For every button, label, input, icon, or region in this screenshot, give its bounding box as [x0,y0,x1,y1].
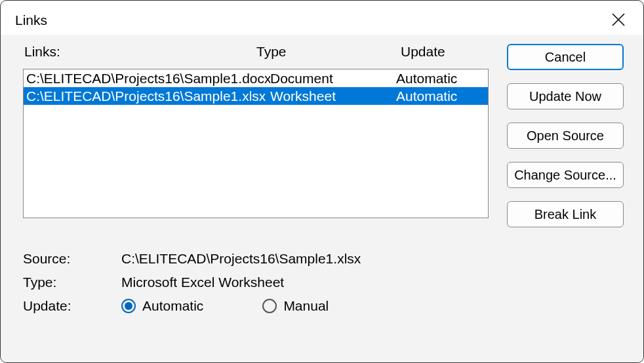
source-value: C:\ELITECAD\Projects16\Sample1.xlsx [121,251,624,267]
type-label: Type: [23,275,121,290]
update-label: Update: [23,298,121,314]
list-row[interactable]: C:\ELITECAD\Projects16\Sample1.xlsx Work… [24,87,488,105]
button-column: Cancel Update Now Open Source Change Sou… [507,44,624,227]
radio-automatic-label: Automatic [142,298,203,314]
row-update: Automatic [396,69,488,87]
open-source-button[interactable]: Open Source [507,123,624,149]
header-type: Type [256,44,401,60]
details-area: Source: C:\ELITECAD\Projects16\Sample1.x… [23,251,624,314]
close-button[interactable] [608,9,629,30]
links-listbox[interactable]: C:\ELITECAD\Projects16\Sample1.docxDocum… [23,69,489,218]
row-update: Automatic [396,87,488,105]
header-links: Links: [24,44,256,60]
list-header: Links: Type Update [23,44,489,60]
row-path: C:\ELITECAD\Projects16\Sample1.xlsx [26,87,270,105]
radio-circle-icon [121,299,136,313]
row-type: Document [270,69,396,87]
radio-circle-icon [262,299,277,313]
links-dialog: Links Links: Type Update C:\ELITECAD\Pro… [0,0,644,363]
header-update: Update [401,44,489,60]
radio-dot-icon [125,302,132,310]
change-source-button[interactable]: Change Source... [507,162,624,188]
list-column: Links: Type Update C:\ELITECAD\Projects1… [23,44,489,227]
break-link-button[interactable]: Break Link [507,201,624,227]
cancel-button[interactable]: Cancel [507,44,624,70]
titlebar: Links [1,1,643,33]
dialog-content: Links: Type Update C:\ELITECAD\Projects1… [1,35,643,362]
dialog-title: Links [15,12,47,28]
radio-manual-label: Manual [283,298,329,314]
row-path: C:\ELITECAD\Projects16\Sample1.docx [26,69,270,87]
radio-automatic[interactable]: Automatic [121,298,203,314]
radio-manual[interactable]: Manual [262,298,329,314]
type-value: Microsoft Excel Worksheet [121,275,624,290]
update-radio-group: Automatic Manual [121,298,624,314]
list-row[interactable]: C:\ELITECAD\Projects16\Sample1.docxDocum… [24,69,488,87]
update-now-button[interactable]: Update Now [507,83,624,109]
top-area: Links: Type Update C:\ELITECAD\Projects1… [23,44,624,227]
row-type: Worksheet [270,87,396,105]
source-label: Source: [23,251,121,267]
close-icon [611,12,626,28]
